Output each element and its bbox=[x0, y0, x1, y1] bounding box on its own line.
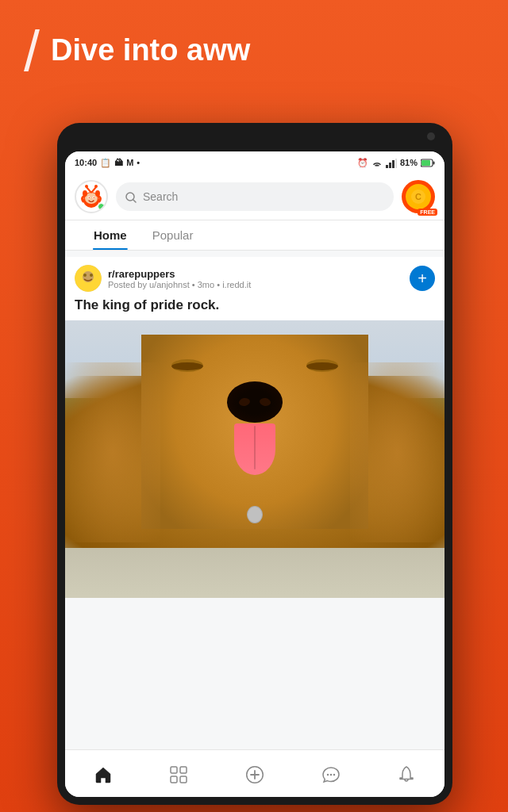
mountain-icon: 🏔 bbox=[114, 158, 123, 167]
device-camera bbox=[427, 132, 435, 140]
post-card: r/rarepuppers Posted by u/anjohnst • 3mo… bbox=[65, 257, 444, 598]
dog-tag bbox=[247, 506, 263, 523]
alarm-icon: ⏰ bbox=[357, 158, 368, 168]
signal-icon bbox=[386, 157, 397, 167]
svg-point-14 bbox=[94, 185, 98, 188]
svg-point-12 bbox=[85, 185, 88, 188]
free-badge: FREE bbox=[418, 209, 437, 216]
chat-icon bbox=[321, 764, 341, 784]
status-bar: 10:40 📋 🏔 M • ⏰ bbox=[65, 151, 444, 174]
svg-point-27 bbox=[90, 274, 93, 277]
svg-line-13 bbox=[91, 187, 96, 193]
svg-rect-29 bbox=[180, 767, 187, 773]
reddit-avatar[interactable] bbox=[75, 180, 108, 213]
left-eye bbox=[171, 359, 203, 372]
coins-circle: C bbox=[406, 184, 431, 209]
wifi-icon bbox=[371, 157, 383, 167]
tabs: Home Popular bbox=[65, 220, 444, 251]
posted-by: Posted by bbox=[108, 280, 149, 289]
svg-rect-3 bbox=[395, 159, 397, 168]
search-placeholder-text: Search bbox=[143, 190, 178, 203]
post-info: r/rarepuppers Posted by u/anjohnst • 3mo… bbox=[108, 268, 251, 289]
svg-rect-0 bbox=[386, 165, 388, 168]
status-right: ⏰ 81% bbox=[357, 157, 435, 167]
svg-point-37 bbox=[333, 773, 334, 775]
battery-percent: 81% bbox=[400, 158, 418, 167]
header-title: Dive into aww bbox=[51, 34, 250, 67]
nav-home[interactable] bbox=[65, 750, 141, 797]
svg-rect-31 bbox=[180, 776, 187, 783]
post-time: 3mo bbox=[198, 280, 214, 289]
svg-rect-30 bbox=[171, 776, 177, 783]
tab-home[interactable]: Home bbox=[81, 220, 140, 250]
svg-rect-28 bbox=[171, 767, 177, 773]
post-image[interactable] bbox=[65, 320, 444, 598]
status-left: 10:40 📋 🏔 M • bbox=[75, 158, 140, 168]
online-dot bbox=[98, 203, 105, 210]
search-bar[interactable]: Search bbox=[116, 182, 394, 211]
screen: 10:40 📋 🏔 M • ⏰ bbox=[65, 151, 444, 797]
plus-icon bbox=[246, 764, 264, 784]
post-header: r/rarepuppers Posted by u/anjohnst • 3mo… bbox=[65, 257, 444, 297]
post-source: i.redd.it bbox=[222, 280, 251, 289]
device-frame: 10:40 📋 🏔 M • ⏰ bbox=[57, 123, 452, 805]
home-icon bbox=[94, 764, 113, 784]
grid-icon bbox=[170, 764, 187, 784]
clipboard-icon: 📋 bbox=[100, 158, 111, 168]
nav-chat[interactable] bbox=[293, 750, 369, 797]
tongue-line bbox=[254, 426, 256, 469]
svg-point-17 bbox=[89, 197, 90, 199]
poster-name[interactable]: u/anjohnst bbox=[149, 280, 190, 289]
search-icon bbox=[125, 190, 137, 203]
time-display: 10:40 bbox=[75, 158, 97, 167]
bottom-nav bbox=[65, 749, 444, 797]
post-meta: r/rarepuppers Posted by u/anjohnst • 3mo… bbox=[75, 265, 251, 292]
dog-nose bbox=[227, 381, 283, 423]
svg-point-18 bbox=[94, 197, 95, 199]
svg-line-11 bbox=[87, 187, 91, 193]
left-fur bbox=[65, 362, 160, 543]
bell-icon bbox=[398, 764, 415, 784]
svg-point-26 bbox=[83, 274, 87, 277]
subreddit-name[interactable]: r/rarepuppers bbox=[108, 268, 251, 280]
svg-rect-2 bbox=[392, 160, 394, 168]
slash-icon: / bbox=[24, 22, 40, 79]
post-details: Posted by u/anjohnst • 3mo • i.redd.it bbox=[108, 280, 251, 289]
mail-icon: M bbox=[126, 158, 133, 167]
svg-line-20 bbox=[133, 200, 136, 202]
dot-indicator: • bbox=[137, 158, 140, 167]
top-bar: Search C FREE bbox=[65, 174, 444, 220]
svg-rect-1 bbox=[389, 163, 391, 168]
nav-browse[interactable] bbox=[141, 750, 217, 797]
right-fur bbox=[350, 362, 445, 543]
post-title: The king of pride rock. bbox=[65, 297, 444, 320]
join-button[interactable]: + bbox=[410, 266, 435, 291]
tab-popular[interactable]: Popular bbox=[140, 220, 206, 250]
svg-point-36 bbox=[329, 773, 331, 775]
svg-text:C: C bbox=[415, 192, 421, 201]
svg-point-35 bbox=[326, 773, 328, 775]
battery-icon bbox=[421, 158, 435, 168]
header: / Dive into aww bbox=[24, 22, 250, 79]
post-separator1: • bbox=[192, 280, 198, 289]
coins-badge[interactable]: C FREE bbox=[402, 180, 435, 213]
nav-notifications[interactable] bbox=[368, 750, 444, 797]
svg-rect-6 bbox=[421, 160, 430, 166]
subreddit-avatar[interactable] bbox=[75, 265, 102, 292]
svg-rect-5 bbox=[433, 162, 435, 165]
nav-create[interactable] bbox=[217, 750, 293, 797]
